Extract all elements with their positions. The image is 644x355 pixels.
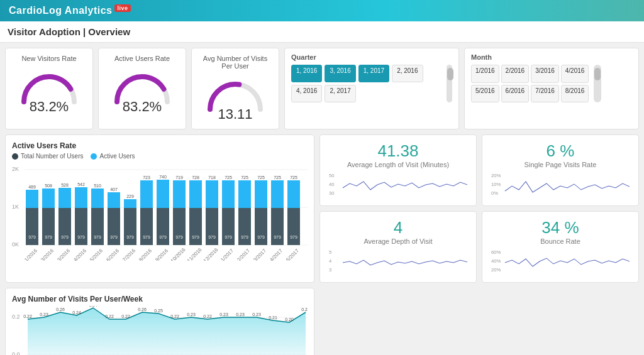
month-item-0[interactable]: 1/2016 <box>471 65 499 83</box>
svg-text:5/2016: 5/2016 <box>89 248 104 261</box>
svg-text:0.21: 0.21 <box>269 315 277 320</box>
svg-text:979: 979 <box>110 235 118 239</box>
svg-text:4/2017: 4/2017 <box>269 248 284 261</box>
svg-rect-6 <box>26 208 38 245</box>
quarter-item-2[interactable]: 1, 2017 <box>358 65 389 82</box>
quarter-item-4[interactable]: 4, 2016 <box>291 85 322 102</box>
svg-rect-61 <box>206 208 218 245</box>
svg-rect-72 <box>238 180 251 208</box>
svg-rect-47 <box>157 180 169 208</box>
svg-text:0.22: 0.22 <box>23 314 32 319</box>
svg-text:0.23: 0.23 <box>219 312 228 317</box>
svg-rect-66 <box>222 208 235 245</box>
svg-text:3/2016: 3/2016 <box>56 248 71 261</box>
svg-text:979: 979 <box>208 235 216 239</box>
svg-text:725: 725 <box>290 175 297 180</box>
gauge-card-avg-visits: Avg Number of Visits Per User 13.11 <box>191 48 279 129</box>
svg-text:0K: 0K <box>12 241 19 248</box>
bottom-row: Avg Number of Visits Per User/Week 0.2 0… <box>5 288 639 355</box>
svg-text:719: 719 <box>175 175 183 180</box>
quarter-scrollbar[interactable] <box>447 65 452 102</box>
svg-rect-21 <box>75 208 87 245</box>
svg-text:20%: 20% <box>491 268 501 273</box>
svg-text:1/2016: 1/2016 <box>23 248 38 261</box>
svg-rect-62 <box>206 180 218 208</box>
svg-text:40: 40 <box>329 182 335 188</box>
svg-text:0.26: 0.26 <box>138 307 147 312</box>
quarter-item-3[interactable]: 2, 2016 <box>392 65 423 82</box>
svg-text:508: 508 <box>45 183 52 188</box>
svg-text:718: 718 <box>208 175 216 180</box>
month-selector: Month 1/2016 2/2016 3/2016 4/2016 5/2016… <box>464 48 639 129</box>
svg-text:0.24: 0.24 <box>72 310 81 315</box>
mini-chart-avg-length: 50 40 30 Jan 2016 Jul 2016 Jan 2017 <box>329 172 467 197</box>
svg-text:728: 728 <box>192 175 199 180</box>
svg-text:3: 3 <box>329 268 331 273</box>
month-item-2[interactable]: 3/2016 <box>531 65 559 83</box>
live-badge: live <box>114 4 130 12</box>
month-item-6[interactable]: 7/2016 <box>531 85 559 103</box>
gauge-title-0: New Visitors Rate <box>14 55 84 62</box>
stat-value-single-page: 6 % <box>491 141 630 161</box>
svg-text:407: 407 <box>110 187 118 192</box>
quarter-item-0[interactable]: 1, 2016 <box>291 65 322 82</box>
month-item-7[interactable]: 8/2016 <box>561 85 589 103</box>
svg-text:979: 979 <box>175 235 183 239</box>
stat-single-page: 6 % Single Page Visits Rate 20% 10% 0% J… <box>482 134 639 206</box>
svg-text:6/2016: 6/2016 <box>105 248 120 261</box>
month-item-1[interactable]: 2/2016 <box>501 65 530 83</box>
svg-rect-17 <box>58 188 71 208</box>
svg-rect-27 <box>91 188 104 208</box>
page-title: Visitor Adoption | Overview <box>0 21 644 43</box>
stat-label-avg-length: Average Length of Visit (Minutes) <box>329 161 467 168</box>
svg-text:5/2017: 5/2017 <box>285 248 300 261</box>
svg-rect-56 <box>189 208 202 245</box>
stat-value-avg-depth: 4 <box>329 218 467 238</box>
svg-text:0.26: 0.26 <box>301 307 308 312</box>
month-item-4[interactable]: 5/2016 <box>471 85 499 103</box>
svg-text:50: 50 <box>329 173 335 179</box>
svg-rect-37 <box>124 199 136 208</box>
svg-text:979: 979 <box>45 235 52 239</box>
stat-bounce-rate: 34 % Bounce Rate 60% 40% 20% Jan 2016 Ju… <box>482 211 639 283</box>
svg-rect-46 <box>157 208 169 245</box>
legend-dot-total <box>12 153 18 160</box>
svg-text:979: 979 <box>225 235 232 239</box>
svg-text:3/2017: 3/2017 <box>252 248 267 261</box>
svg-text:0.22: 0.22 <box>121 314 130 319</box>
legend-total: Total Number of Users <box>12 153 83 160</box>
svg-text:20%: 20% <box>491 173 501 179</box>
svg-text:10%: 10% <box>491 182 501 188</box>
month-title: Month <box>471 53 632 61</box>
svg-text:725: 725 <box>257 175 265 180</box>
svg-rect-31 <box>108 208 120 245</box>
quarter-grid[interactable]: 1, 2016 3, 2016 1, 2017 2, 2016 4, 2016 … <box>291 65 441 102</box>
svg-text:4/2016: 4/2016 <box>72 248 87 261</box>
svg-text:510: 510 <box>94 183 101 188</box>
svg-text:542: 542 <box>77 182 85 187</box>
svg-text:740: 740 <box>159 175 167 179</box>
svg-text:0.22: 0.22 <box>203 314 212 319</box>
svg-rect-82 <box>271 180 284 208</box>
svg-rect-41 <box>140 208 153 245</box>
month-item-3[interactable]: 4/2016 <box>561 65 589 83</box>
middle-row: Active Users Rate Total Number of Users … <box>5 134 639 283</box>
svg-text:0.23: 0.23 <box>187 312 196 317</box>
stat-label-bounce-rate: Bounce Rate <box>491 238 630 245</box>
svg-text:60%: 60% <box>491 250 501 256</box>
svg-text:2/2017: 2/2017 <box>236 248 251 261</box>
quarter-item-1[interactable]: 3, 2016 <box>325 65 355 82</box>
top-row: New Visitors Rate 83.2% Active Users Rat… <box>5 48 639 129</box>
quarter-item-5[interactable]: 2, 2017 <box>325 85 355 102</box>
month-scrollbar[interactable] <box>594 65 601 102</box>
stats-right: 41.38 Average Length of Visit (Minutes) … <box>319 134 639 283</box>
month-item-5[interactable]: 6/2016 <box>501 85 530 103</box>
mini-chart-bounce-rate: 60% 40% 20% Jan 2016 Jul 2016 Jan 2017 <box>491 249 630 274</box>
month-grid[interactable]: 1/2016 2/2016 3/2016 4/2016 5/2016 6/201… <box>471 65 589 102</box>
bar-chart-svg: 2K 1K 0K 489 979 1/2016 <box>12 163 308 261</box>
svg-text:0.22: 0.22 <box>105 314 114 319</box>
svg-text:12/2016: 12/2016 <box>203 247 219 261</box>
svg-rect-22 <box>75 187 87 208</box>
legend-label-active: Active Users <box>99 153 135 160</box>
gauge-card-new-visitors: New Visitors Rate 83.2% <box>5 48 93 129</box>
